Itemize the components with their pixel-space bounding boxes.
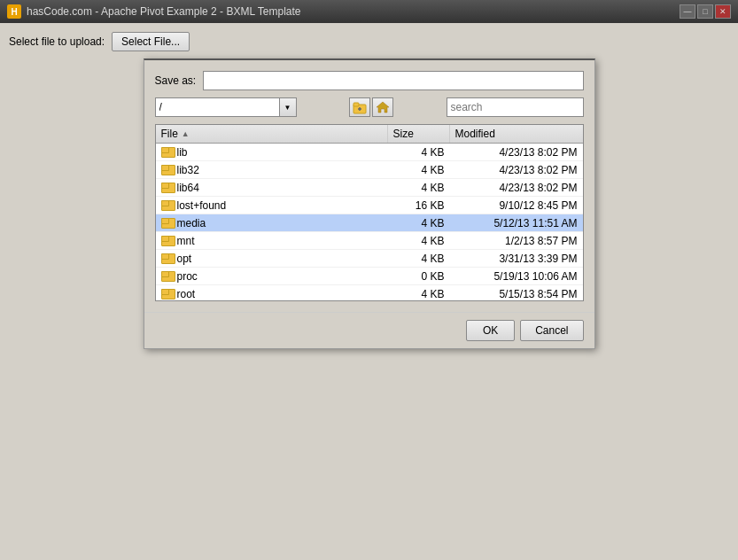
file-size-cell: 0 KB	[388, 268, 450, 284]
folder-icon	[161, 200, 174, 211]
cancel-button[interactable]: Cancel	[520, 320, 583, 341]
folder-icon	[161, 289, 174, 299]
folder-icon	[161, 218, 174, 229]
file-name-cell: lib64	[156, 180, 388, 196]
file-name-cell: lib32	[156, 162, 388, 178]
file-name: media	[177, 217, 206, 229]
file-modified-cell: 9/10/12 8:45 PM	[450, 198, 583, 214]
path-dropdown-button[interactable]: ▼	[279, 97, 297, 117]
table-row[interactable]: root 4 KB 5/15/13 8:54 PM	[156, 285, 583, 300]
file-list-header: File ▲ Size Modified	[156, 125, 583, 144]
file-name: proc	[177, 270, 198, 283]
minimize-button[interactable]: —	[680, 4, 695, 19]
column-header-modified[interactable]: Modified	[450, 125, 583, 143]
home-icon	[376, 100, 390, 114]
file-size-cell: 4 KB	[388, 286, 450, 301]
window-content: Select file to upload: Select File... Sa…	[0, 23, 738, 560]
column-header-size[interactable]: Size	[388, 125, 450, 143]
window-title: hasCode.com - Apache Pivot Example 2 - B…	[27, 5, 301, 18]
dialog-inner: Save as: ▼	[144, 60, 594, 312]
file-list-container: File ▲ Size Modified li	[155, 124, 584, 301]
dialog-buttons: OK Cancel	[144, 312, 594, 348]
file-size-cell: 4 KB	[388, 215, 450, 231]
table-row[interactable]: lib32 4 KB 4/23/13 8:02 PM	[156, 161, 583, 179]
column-header-file[interactable]: File ▲	[156, 125, 388, 143]
file-modified-cell: 3/31/13 3:39 PM	[450, 251, 583, 267]
table-row[interactable]: opt 4 KB 3/31/13 3:39 PM	[156, 250, 583, 268]
title-bar-buttons: — □ ✕	[680, 4, 731, 19]
maximize-button[interactable]: □	[697, 4, 713, 19]
search-input[interactable]	[447, 97, 584, 117]
upload-area: Select file to upload: Select File...	[9, 32, 729, 51]
upload-label: Select file to upload:	[9, 35, 105, 48]
file-modified-cell: 5/15/13 8:54 PM	[450, 286, 583, 301]
folder-icon	[161, 271, 174, 282]
sort-arrow: ▲	[182, 129, 190, 138]
home-button[interactable]	[372, 97, 393, 117]
file-modified-cell: 5/12/13 11:51 AM	[450, 215, 583, 231]
toolbar-icons	[349, 97, 393, 117]
title-bar: H hasCode.com - Apache Pivot Example 2 -…	[0, 0, 738, 23]
new-folder-icon	[353, 100, 367, 114]
folder-icon	[161, 147, 174, 158]
folder-icon	[161, 236, 174, 246]
file-name-cell: lib	[156, 144, 388, 160]
file-modified-cell: 4/23/13 8:02 PM	[450, 162, 583, 178]
file-name-cell: root	[156, 286, 388, 301]
title-bar-left: H hasCode.com - Apache Pivot Example 2 -…	[7, 4, 301, 19]
file-size-cell: 16 KB	[388, 198, 450, 214]
file-name: root	[177, 288, 196, 300]
folder-icon	[161, 165, 174, 175]
file-name: opt	[177, 253, 192, 265]
svg-rect-1	[353, 103, 359, 106]
table-row[interactable]: lost+found 16 KB 9/10/12 8:45 PM	[156, 197, 583, 214]
folder-icon	[161, 183, 174, 193]
file-size-cell: 4 KB	[388, 233, 450, 249]
ok-button[interactable]: OK	[466, 320, 515, 341]
save-as-label: Save as:	[155, 74, 197, 87]
file-name-cell: lost+found	[156, 198, 388, 214]
file-name: lib	[177, 146, 188, 159]
file-name: mnt	[177, 235, 195, 247]
close-button[interactable]: ✕	[715, 4, 731, 19]
main-window: H hasCode.com - Apache Pivot Example 2 -…	[0, 0, 738, 560]
new-folder-button[interactable]	[349, 97, 370, 117]
file-name-cell: media	[156, 215, 388, 231]
file-size-cell: 4 KB	[388, 144, 450, 160]
table-row[interactable]: mnt 4 KB 1/2/13 8:57 PM	[156, 232, 583, 250]
path-input[interactable]	[155, 97, 279, 117]
file-name: lib64	[177, 182, 199, 194]
file-modified-cell: 4/23/13 8:02 PM	[450, 180, 583, 196]
file-list-body[interactable]: lib 4 KB 4/23/13 8:02 PM lib32 4 KB 4/23…	[156, 144, 583, 300]
table-row[interactable]: lib 4 KB 4/23/13 8:02 PM	[156, 144, 583, 161]
table-row[interactable]: media 4 KB 5/12/13 11:51 AM	[156, 214, 583, 232]
file-name-cell: mnt	[156, 233, 388, 249]
toolbar-row: ▼	[155, 97, 584, 117]
save-as-input[interactable]	[203, 71, 583, 90]
app-icon: H	[7, 4, 21, 19]
file-size-cell: 4 KB	[388, 162, 450, 178]
file-size-cell: 4 KB	[388, 251, 450, 267]
file-dialog: Save as: ▼	[144, 58, 595, 349]
path-container: ▼	[155, 97, 297, 117]
table-row[interactable]: proc 0 KB 5/19/13 10:06 AM	[156, 268, 583, 285]
file-name: lost+found	[177, 199, 227, 212]
folder-icon	[161, 253, 174, 264]
file-modified-cell: 1/2/13 8:57 PM	[450, 233, 583, 249]
file-modified-cell: 4/23/13 8:02 PM	[450, 144, 583, 160]
file-name-cell: opt	[156, 251, 388, 267]
file-name-cell: proc	[156, 268, 388, 284]
select-file-button[interactable]: Select File...	[112, 32, 190, 51]
file-modified-cell: 5/19/13 10:06 AM	[450, 268, 583, 284]
table-row[interactable]: lib64 4 KB 4/23/13 8:02 PM	[156, 179, 583, 197]
svg-marker-4	[377, 102, 389, 113]
file-name: lib32	[177, 164, 199, 176]
file-size-cell: 4 KB	[388, 180, 450, 196]
save-as-row: Save as:	[155, 71, 584, 90]
